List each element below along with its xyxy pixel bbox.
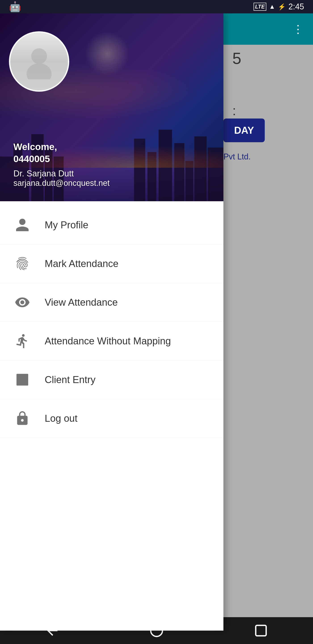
menu-item-my-profile[interactable]: My Profile: [0, 206, 223, 244]
menu-item-mark-attendance[interactable]: Mark Attendance: [0, 244, 223, 283]
app-header-bar: ⋮: [223, 14, 313, 45]
logout-label: Log out: [45, 413, 77, 424]
welcome-prefix: Welcome,: [13, 142, 57, 152]
moon-glow: [85, 31, 130, 76]
status-bar: 🤖 LTE ▲ ⚡ 2:45: [0, 0, 313, 14]
status-indicators: LTE ▲ ⚡ 2:45: [254, 2, 304, 12]
android-icon: 🤖: [9, 1, 21, 12]
person-icon: [13, 216, 31, 234]
walk-icon: [13, 332, 31, 350]
mark-attendance-label: Mark Attendance: [45, 258, 118, 269]
right-colon: :: [232, 103, 236, 118]
header-welcome-section: Welcome, 0440005 Dr. Sarjana Dutt sarjan…: [13, 141, 223, 188]
user-id: 0440005: [13, 154, 50, 164]
clock: 2:45: [289, 2, 304, 12]
welcome-label: Welcome, 0440005: [13, 141, 223, 165]
eye-icon: [13, 294, 31, 311]
navigation-drawer: Welcome, 0440005 Dr. Sarjana Dutt sarjan…: [0, 14, 223, 630]
lock-icon: [13, 410, 31, 427]
user-email: sarjana.dutt@oncquest.net: [13, 178, 223, 188]
fingerprint-icon: [13, 255, 31, 272]
square-icon: [13, 371, 31, 389]
menu-list: My Profile Mark Attendance View Attendan…: [0, 201, 223, 442]
view-attendance-label: View Attendance: [45, 297, 118, 308]
menu-item-view-attendance[interactable]: View Attendance: [0, 283, 223, 322]
user-avatar: [9, 31, 69, 92]
attendance-without-mapping-label: Attendance Without Mapping: [45, 336, 171, 346]
battery-icon: ⚡: [278, 3, 286, 10]
right-number: 5: [232, 49, 241, 68]
client-entry-label: Client Entry: [45, 374, 95, 385]
menu-item-client-entry[interactable]: Client Entry: [0, 360, 223, 399]
menu-item-attendance-without-mapping[interactable]: Attendance Without Mapping: [0, 322, 223, 360]
lte-indicator: LTE: [254, 3, 267, 11]
menu-item-logout[interactable]: Log out: [0, 399, 223, 438]
svg-rect-4: [256, 626, 266, 636]
drawer-header: Welcome, 0440005 Dr. Sarjana Dutt sarjan…: [0, 14, 223, 201]
svg-point-1: [26, 63, 52, 80]
svg-rect-2: [16, 374, 28, 386]
day-button[interactable]: DAY: [223, 118, 265, 142]
svg-point-0: [31, 48, 47, 64]
signal-icon: ▲: [269, 3, 275, 10]
recent-apps-button[interactable]: [253, 623, 269, 638]
user-name: Dr. Sarjana Dutt: [13, 169, 223, 178]
android-icon-area: 🤖: [9, 1, 21, 12]
avatar-image: [10, 33, 68, 90]
more-options-icon[interactable]: ⋮: [293, 22, 304, 36]
pvt-ltd-text: Pvt Ltd.: [223, 152, 251, 162]
my-profile-label: My Profile: [45, 219, 88, 230]
